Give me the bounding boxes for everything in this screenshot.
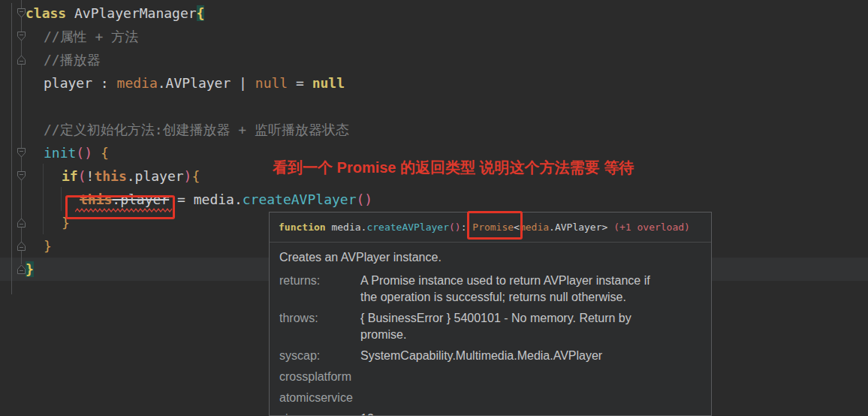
code-token: { [197, 5, 205, 21]
code-token: null [255, 75, 288, 91]
code-token: media [117, 75, 158, 91]
code-token: ( [78, 168, 86, 184]
ide-editor: { "editor": { "lines": [ { "indent": 0, … [0, 0, 868, 416]
code-token: //播放器 [44, 52, 101, 68]
doc-body: Creates an AVPlayer instance. returns:A … [270, 243, 711, 416]
code-line[interactable]: class AvPlayerManager{ [0, 2, 372, 25]
doc-description: Creates an AVPlayer instance. [279, 249, 701, 266]
code-line[interactable]: //定义初始化方法:创建播放器 + 监听播放器状态 [0, 118, 372, 141]
code-token: ) [184, 168, 192, 184]
code-token: | [231, 75, 255, 91]
code-line[interactable]: player : media.AVPlayer | null = null [0, 71, 372, 95]
code-token: createAVPlayer [243, 191, 357, 207]
code-token: { [191, 168, 200, 184]
annotation-box-this-player [65, 195, 175, 219]
code-token: AvPlayerManager [66, 5, 196, 21]
doc-row-value [360, 390, 688, 406]
doc-row-label: atomicservice [279, 390, 360, 406]
code-token: } [44, 238, 52, 254]
doc-row: crossplatform [279, 369, 701, 385]
doc-row-label: crossplatform [279, 369, 360, 385]
doc-rows: returns:A Promise instance used to retur… [279, 273, 701, 416]
code-line[interactable]: this.player = media.createAVPlayer() [0, 188, 372, 211]
code-token: { [92, 145, 109, 161]
doc-row-label: returns: [279, 273, 360, 306]
code-token: init [44, 145, 76, 161]
code-token: .player [127, 168, 184, 184]
doc-row-label: throws: [279, 310, 360, 343]
code-token: .AVPlayer> [549, 222, 613, 233]
doc-row-label: syscap: [279, 348, 360, 364]
code-token: () [76, 145, 92, 161]
code-token: media. [194, 191, 243, 207]
doc-row: throws:{ BusinessError } 5400101 - No me… [279, 310, 701, 343]
code-token: () [356, 191, 372, 207]
code-line[interactable]: //播放器 [0, 48, 372, 71]
code-token: ! [86, 168, 95, 184]
doc-row-label: since: [279, 411, 360, 416]
doc-row: atomicservice [279, 390, 701, 406]
doc-row-value: { BusinessError } 5400101 - No memory. R… [360, 310, 688, 343]
doc-row-value: A Promise instance used to return AVPlay… [360, 273, 688, 306]
annotation-box-promise [467, 211, 523, 240]
code-token: = [288, 75, 312, 91]
code-token: class [26, 5, 66, 21]
code-token: media. [326, 222, 367, 233]
doc-row: since:12 [279, 411, 701, 416]
doc-row: syscap:SystemCapability.Multimedia.Media… [279, 348, 701, 364]
code-token: if [62, 168, 78, 184]
code-token: .AVPlayer [158, 75, 231, 91]
code-token: null [312, 75, 345, 91]
annotation-text: 看到一个 Promise 的返回类型 说明这个方法需要 等待 [273, 158, 634, 178]
doc-row-value [360, 369, 688, 385]
code-token: player : [44, 75, 117, 91]
doc-row: returns:A Promise instance used to retur… [279, 273, 701, 306]
code-token: this [94, 168, 126, 184]
code-token: createAVPlayer [366, 222, 449, 233]
code-token: () [449, 222, 461, 233]
doc-row-value: SystemCapability.Multimedia.Media.AVPlay… [360, 348, 688, 364]
code-token: } [26, 261, 34, 277]
code-token: //属性 + 方法 [44, 29, 138, 44]
code-line[interactable]: //属性 + 方法 [0, 25, 372, 48]
documentation-popup[interactable]: function media.createAVPlayer(): Promise… [269, 212, 712, 416]
code-token: function [279, 222, 326, 233]
doc-row-value: 12 [360, 411, 688, 416]
code-token: //定义初始化方法:创建播放器 + 监听播放器状态 [44, 122, 349, 137]
code-line[interactable] [0, 95, 372, 118]
code-token: (+1 overload) [613, 222, 690, 233]
code-token: media [520, 222, 549, 233]
